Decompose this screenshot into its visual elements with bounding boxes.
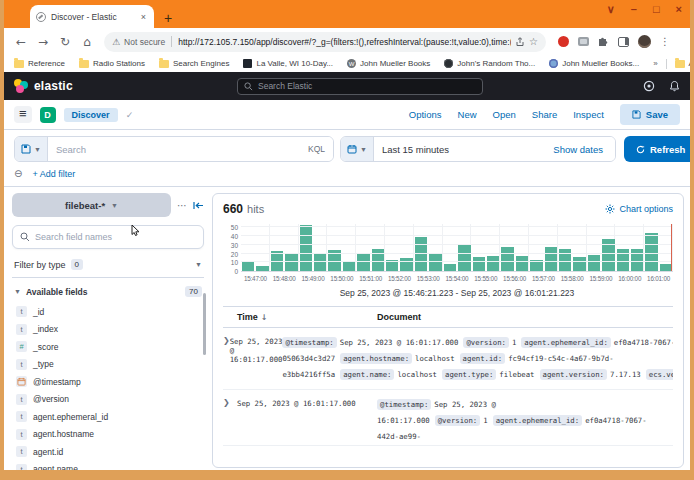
field-item[interactable]: #_score — [12, 338, 204, 356]
screenshot-extension-icon[interactable] — [578, 37, 589, 46]
maximize-button[interactable]: □ — [653, 4, 660, 15]
browser-tab[interactable]: Discover - Elastic × — [30, 5, 154, 28]
collapse-sidebar-icon[interactable] — [193, 201, 204, 210]
histogram-bar — [516, 256, 528, 271]
histogram-bar — [415, 237, 427, 271]
inspect-button[interactable]: Inspect — [573, 109, 604, 120]
histogram-bar — [473, 257, 485, 271]
minimize-button[interactable]: – — [631, 4, 637, 15]
extensions-puzzle-icon[interactable] — [598, 36, 609, 47]
field-item[interactable]: t_type — [12, 356, 204, 374]
open-button[interactable]: Open — [493, 109, 516, 120]
space-avatar[interactable]: D — [40, 107, 56, 123]
query-input-group: ▼ Search KQL — [14, 136, 334, 162]
expand-row-icon[interactable]: ❯ — [223, 335, 230, 383]
elastic-logo-icon[interactable] — [14, 79, 28, 93]
bookmark-item[interactable]: WJohn Mueller Books — [347, 59, 430, 68]
new-tab-button[interactable]: + — [164, 11, 172, 25]
bookmark-item[interactable]: Search Engines — [159, 59, 229, 68]
current-time-marker — [671, 224, 673, 271]
back-icon[interactable]: ← — [12, 35, 30, 49]
quick-select-time-button[interactable]: ▼ — [341, 137, 374, 161]
disable-filters-icon[interactable]: ⊖ — [14, 168, 22, 179]
bookmark-item[interactable]: John Mueller Books... — [549, 59, 639, 68]
x-axis-tick: 15:55:00 — [474, 275, 497, 282]
profile-avatar[interactable] — [638, 35, 651, 48]
newsfeed-bell-icon[interactable] — [669, 80, 680, 92]
doc-field-value: localhost — [397, 370, 437, 379]
address-bar[interactable]: ⚠ Not secure http://172.105.7.150/app/di… — [104, 32, 546, 52]
not-secure-warning-icon[interactable]: ⚠ — [112, 37, 120, 47]
query-bar: ▼ Search KQL ▼ Last 15 minutes Show date… — [4, 130, 690, 167]
sort-descending-icon[interactable]: ↓ — [261, 313, 268, 322]
adblock-extension-icon[interactable] — [558, 36, 569, 47]
sidebar-scrollbar[interactable] — [203, 293, 206, 355]
global-search-input[interactable]: Search Elastic — [237, 78, 483, 95]
field-item[interactable]: tagent.hostname — [12, 426, 204, 444]
doc-field-value: Sep 25, 2023 @ 16:01:17.000 — [340, 338, 459, 347]
bookmark-label: Search Engines — [173, 59, 229, 68]
saved-query-disk-icon — [21, 144, 31, 154]
histogram-bar — [588, 255, 600, 271]
y-axis-tick: 10 — [231, 259, 238, 266]
new-button[interactable]: New — [458, 109, 477, 120]
close-button[interactable]: × — [676, 4, 682, 15]
time-range-value[interactable]: Last 15 minutes — [382, 144, 449, 155]
chart-options-button[interactable]: Chart options — [605, 204, 673, 214]
filter-by-type-button[interactable]: Filter by type 0 ▼ — [12, 256, 204, 278]
field-item[interactable]: t_index — [12, 321, 204, 339]
expand-row-icon[interactable]: ❯ — [223, 397, 237, 439]
field-item[interactable]: t@version — [12, 391, 204, 409]
share-button[interactable]: Share — [532, 109, 557, 120]
row-document: @timestamp:Sep 25, 2023 @ 16:01:17.000@v… — [282, 335, 673, 383]
time-column-header[interactable]: Time ↓ — [237, 312, 377, 322]
reload-icon[interactable]: ↻ — [56, 35, 74, 49]
field-search-input[interactable]: Search field names — [12, 225, 204, 249]
chrome-menu-icon[interactable]: ⋮ — [660, 36, 670, 47]
histogram-plot[interactable]: 01020304050 — [241, 224, 673, 272]
tab-close-icon[interactable]: × — [139, 12, 148, 22]
add-filter-button[interactable]: + Add filter — [32, 169, 75, 179]
side-panel-icon[interactable] — [618, 37, 629, 47]
field-item[interactable]: tagent.id — [12, 443, 204, 461]
available-fields-header[interactable]: ▼ Available fields 70 — [12, 286, 204, 297]
home-icon[interactable]: ⌂ — [78, 35, 96, 49]
save-button[interactable]: Save — [620, 104, 680, 125]
bookmark-item[interactable]: Reference — [14, 59, 65, 68]
bookmarks-overflow-chevron[interactable]: » — [653, 59, 657, 68]
url-text[interactable]: http://172.105.7.150/app/discover#/?_g=(… — [178, 37, 511, 47]
all-bookmarks-button[interactable]: All Bookmarks — [675, 59, 694, 68]
folder-icon — [14, 60, 24, 68]
search-query-input[interactable]: Search KQL — [48, 137, 333, 161]
field-item[interactable]: tagent.name — [12, 461, 204, 479]
bookmark-item[interactable]: Radio Stations — [79, 59, 145, 68]
histogram-bar — [256, 266, 268, 271]
elastic-brand: elastic — [34, 79, 73, 93]
saved-queries-button[interactable]: ▼ — [15, 137, 48, 161]
table-rows: ❯Sep 25, 2023 @ 16:01:17.000@timestamp:S… — [223, 328, 673, 446]
tab-search-icon[interactable]: ∨ — [607, 4, 615, 15]
gridline — [241, 261, 673, 262]
hits-histogram[interactable]: 01020304050 15:47:0015:48:0015:49:0015:5… — [223, 224, 673, 298]
menu-hamburger-icon[interactable]: ≡ — [14, 106, 32, 123]
field-item[interactable]: @timestamp — [12, 373, 204, 391]
share-icon[interactable] — [515, 37, 525, 47]
string-field-icon: t — [16, 464, 27, 475]
index-pattern-select[interactable]: filebeat-* ▼ — [12, 193, 171, 217]
kql-label[interactable]: KQL — [300, 144, 325, 154]
show-dates-button[interactable]: Show dates — [553, 144, 607, 155]
bookmark-item[interactable]: La Valle, WI 10-Day... — [243, 59, 333, 68]
refresh-button[interactable]: Refresh — [624, 136, 694, 162]
bookmark-item[interactable]: John's Random Tho... — [444, 59, 535, 68]
field-item[interactable]: t_id — [12, 303, 204, 321]
field-item[interactable]: tagent.ephemeral_id — [12, 408, 204, 426]
cloud-status-icon[interactable] — [643, 80, 655, 92]
doc-field-name: agent.version: — [540, 369, 608, 380]
forward-icon[interactable]: → — [34, 35, 52, 49]
time-range-control[interactable]: Last 15 minutes Show dates — [374, 137, 615, 161]
string-field-icon: t — [16, 359, 27, 370]
bookmark-star-icon[interactable]: ☆ — [529, 36, 538, 47]
options-button[interactable]: Options — [409, 109, 442, 120]
breadcrumb-discover[interactable]: Discover — [64, 108, 118, 122]
index-options-icon[interactable]: ⋯ — [177, 200, 187, 211]
